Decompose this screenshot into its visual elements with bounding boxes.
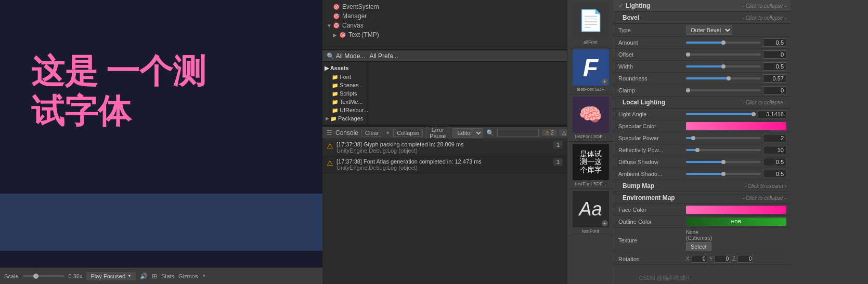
local-lighting-collapse-btn[interactable]: - Click to collapse - — [743, 100, 786, 105]
console-entry-2[interactable]: ⚠ [17:37:38] Font Atlas generation compl… — [322, 156, 567, 173]
reflectivity-input[interactable] — [763, 146, 786, 154]
env-map-header[interactable]: Environment Map - Click to collapse - — [614, 192, 791, 204]
preview-testfont-brain[interactable]: 🧠 testFont SDF... — [568, 94, 613, 142]
scale-slider[interactable] — [23, 275, 64, 277]
scale-slider-thumb[interactable] — [33, 274, 38, 279]
gizmos-dropdown-arrow: ▼ — [202, 274, 206, 278]
warning-badge: ⚠ 2 — [542, 129, 557, 136]
z-label: Z — [732, 256, 735, 262]
roundness-slider[interactable] — [686, 77, 761, 79]
bump-map-expand-btn[interactable]: - Click to expand - — [744, 183, 786, 189]
clear-button[interactable]: Clear — [361, 129, 382, 137]
console-entry-line1: [17:37:38] Glyph packing completed in: 2… — [336, 141, 550, 147]
bevel-label: Bevel — [623, 14, 639, 21]
folder-packages[interactable]: ▶ 📁 Packages — [322, 114, 369, 123]
rotation-z-input[interactable] — [737, 255, 753, 263]
viewport-bottom-bar: Scale 0.36x Play Focused ▼ 🔊 ⊞ Stats Giz… — [0, 267, 322, 284]
collapse-button[interactable]: Collapse — [393, 129, 423, 137]
reflectivity-slider[interactable] — [686, 149, 761, 151]
warn-icon-1: ⚠ — [327, 142, 333, 150]
rotation-x-input[interactable] — [692, 255, 707, 263]
console-search-input[interactable] — [497, 129, 539, 137]
local-lighting-header[interactable]: Local Lighting - Click to collapse - — [614, 97, 791, 109]
light-angle-input[interactable] — [758, 110, 786, 118]
warn-icon-2: ⚠ — [327, 159, 333, 167]
select-button[interactable]: Select — [686, 242, 711, 251]
roundness-slider-thumb — [727, 76, 731, 80]
specular-power-input[interactable] — [763, 134, 786, 142]
viewport-content[interactable]: 这是 一个测 试字体 — [0, 0, 322, 267]
light-angle-slider[interactable] — [686, 113, 756, 115]
face-color-picker[interactable] — [686, 206, 786, 214]
all-prefabs-btn[interactable]: All Prefa... — [369, 52, 398, 60]
all-modes-btn[interactable]: 🔍 All Mode... — [327, 52, 365, 60]
roundness-input[interactable] — [763, 74, 786, 83]
folder-scripts[interactable]: 📁 Scripts — [329, 89, 369, 98]
amount-input[interactable] — [763, 38, 786, 47]
roundness-slider-fill — [686, 77, 729, 79]
tree-item-text-tmp[interactable]: ▶ 🎯 Text (TMP) — [329, 30, 567, 39]
clear-dropdown-arrow[interactable]: ▼ — [385, 130, 390, 136]
offset-input[interactable] — [763, 50, 786, 59]
gizmos-button[interactable]: Gizmos — [178, 273, 198, 279]
error-pause-button[interactable]: Error Pause — [426, 126, 449, 140]
tree-item-eventsystem[interactable]: 🎯 EventSystem — [322, 2, 567, 11]
width-input[interactable] — [763, 62, 786, 71]
hdr-label: HDR — [731, 219, 742, 224]
outline-color-picker[interactable]: HDR — [686, 218, 786, 226]
folder-scenes[interactable]: 📁 Scenes — [329, 81, 369, 89]
bevel-collapse-btn[interactable]: - Click to collapse - — [743, 15, 786, 21]
folder-textmesh-label: TextMe... — [340, 99, 363, 105]
console-panel: ☰ Console Clear ▼ Collapse Error Pause E… — [322, 125, 567, 284]
ambient-shadow-row: Ambient Shado... — [614, 168, 791, 180]
testfont-chinese-thumb: 是体试测一这个库字 — [573, 144, 609, 180]
preview-allfont[interactable]: 📄 allFont — [568, 0, 613, 47]
env-map-collapse-btn[interactable]: - Click to collapse - — [743, 195, 786, 201]
type-dropdown[interactable]: Outer Bevel — [686, 25, 732, 35]
rotation-y-input[interactable] — [715, 255, 730, 263]
diffuse-shadow-input[interactable] — [763, 158, 786, 166]
preview-testfont-aa[interactable]: Aa + testFont — [568, 189, 613, 236]
editor-dropdown[interactable]: Editor — [452, 128, 483, 138]
warning-icon: ⚠ — [545, 130, 550, 136]
folder-font[interactable]: 📁 Font — [329, 73, 369, 81]
assets-panel: ▶ Assets 📁 Font 📁 Scenes 📁 Scripts 📁 Tex… — [322, 62, 567, 125]
specular-power-slider[interactable] — [686, 137, 761, 139]
ambient-shadow-input[interactable] — [763, 170, 786, 178]
specular-color-picker[interactable] — [686, 122, 786, 130]
texture-row: Texture None(Cubemap) Select — [614, 228, 791, 253]
bump-map-header[interactable]: Bump Map - Click to expand - — [614, 180, 791, 192]
console-entry-1[interactable]: ⚠ [17:37:38] Glyph packing completed in:… — [322, 139, 567, 156]
folder-textmesh[interactable]: 📁 TextMe... — [329, 98, 369, 106]
outline-color-value-area: HDR — [686, 218, 786, 226]
preview-testfont-chinese[interactable]: 是体试测一这个库字 testFont SDF... — [568, 142, 613, 189]
speaker-icon[interactable]: 🔊 — [140, 273, 148, 280]
x-label: X — [686, 256, 690, 262]
roundness-value-area — [686, 74, 786, 83]
clamp-slider[interactable] — [686, 89, 761, 91]
lighting-section-header[interactable]: ✓ Lighting - Click to collapse - — [614, 0, 791, 12]
console-entry-line2: UnityEngine.Debug:Log (object) — [336, 147, 550, 154]
bevel-section-header[interactable]: Bevel - Click to collapse - — [614, 12, 791, 24]
ambient-shadow-slider[interactable] — [686, 173, 761, 175]
tree-item-manager[interactable]: 🎯 Manager — [322, 11, 567, 21]
doc-icon: 📄 — [578, 8, 604, 33]
folder-packages-label: Packages — [338, 115, 363, 121]
console-header: ☰ Console Clear ▼ Collapse Error Pause E… — [322, 127, 567, 139]
grid-icon[interactable]: ⊞ — [152, 273, 157, 280]
preview-testfont-sdf[interactable]: F + testFont SDF — [568, 47, 613, 94]
lighting-collapse-btn[interactable]: - Click to collapse - — [743, 3, 786, 9]
tree-item-canvas[interactable]: ▼ 🎯 Canvas — [322, 21, 567, 30]
folder-icon: 📁 — [332, 99, 338, 105]
amount-slider[interactable] — [686, 42, 761, 44]
folder-uiresources[interactable]: 📁 UIResour... — [329, 106, 369, 114]
offset-slider[interactable] — [686, 53, 761, 56]
play-focused-button[interactable]: Play Focused ▼ — [86, 272, 136, 280]
clamp-input[interactable] — [763, 86, 786, 94]
diffuse-shadow-slider[interactable] — [686, 161, 761, 163]
reflectivity-slider-thumb — [695, 148, 699, 152]
stats-button[interactable]: Stats — [161, 273, 174, 279]
width-slider[interactable] — [686, 65, 761, 67]
face-color-label: Face Color — [618, 207, 686, 213]
specular-power-value-area — [686, 134, 786, 142]
